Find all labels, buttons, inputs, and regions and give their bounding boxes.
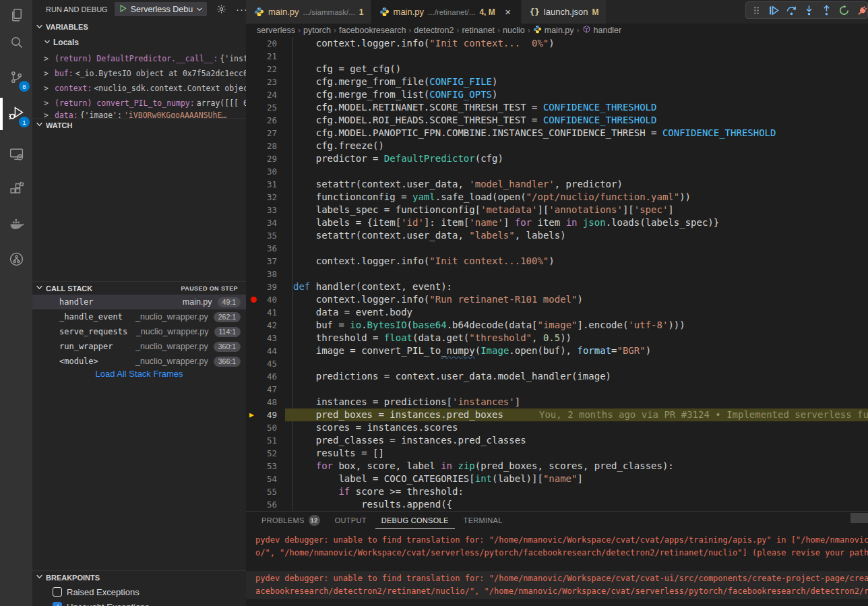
json-icon: {} (530, 7, 540, 17)
stack-frame-row[interactable]: handlermain.py49:1 (32, 295, 246, 309)
activity-item-run-and-debug[interactable]: 1 (0, 98, 32, 130)
stack-frame-row[interactable]: _handle_event_nuclio_wrapper.py262:1 (32, 309, 246, 324)
line-number[interactable]: 24 (246, 88, 277, 101)
line-number[interactable]: 48 (246, 396, 277, 408)
line-number[interactable]: 36 (246, 242, 277, 255)
breadcrumb-item-serverless[interactable]: serverless (257, 26, 295, 35)
line-number[interactable]: 27 (246, 127, 277, 140)
variables-scope-locals[interactable]: Locals (32, 36, 246, 49)
section-call-stack[interactable]: CALL STACK PAUSED ON STEP (32, 281, 246, 295)
section-breakpoints[interactable]: BREAKPOINTS (32, 570, 246, 584)
line-number[interactable]: 30 (246, 165, 277, 178)
stack-frame-row[interactable]: run_wrapper_nuclio_wrapper.py360:1 (32, 339, 246, 354)
panel-scrollbar[interactable] (850, 513, 868, 523)
activity-item-docker[interactable] (0, 209, 32, 241)
step-out-button[interactable] (821, 4, 832, 16)
line-number[interactable]: 26 (246, 114, 277, 127)
breadcrumb-item-pytorch[interactable]: pytorch (303, 26, 331, 35)
line-number[interactable]: 39 (246, 280, 277, 293)
line-number[interactable]: 35 (246, 229, 277, 242)
launch-config-select[interactable]: Serverless Debu (115, 2, 207, 16)
line-number[interactable]: 37 (246, 255, 277, 268)
line-number[interactable]: 32 (246, 191, 277, 204)
checkbox[interactable] (53, 587, 62, 597)
line-number[interactable]: 52 (246, 447, 277, 460)
breadcrumb-item-retinanet[interactable]: retinanet (462, 26, 495, 35)
line-number[interactable]: 54 (246, 473, 277, 485)
variable-row[interactable]: >context: <nuclio_sdk.context.Context ob… (32, 82, 246, 95)
line-number[interactable]: 44 (246, 344, 277, 357)
paused-status: PAUSED ON STEP (181, 285, 238, 292)
line-number[interactable]: 51 (246, 434, 277, 447)
line-number[interactable]: 23 (246, 75, 277, 88)
line-number[interactable]: 50 (246, 421, 277, 434)
line-number[interactable]: 42 (246, 319, 277, 332)
variable-row[interactable]: >buf: <_io.BytesIO object at 0x7f5a2dc1e… (32, 67, 246, 80)
line-number[interactable]: 38 (246, 268, 277, 280)
line-number[interactable]: 28 (246, 140, 277, 152)
panel-tab-terminal[interactable]: TERMINAL (458, 512, 509, 529)
panel-tab-output[interactable]: OUTPUT (329, 512, 373, 529)
checkbox-checked[interactable]: ✓ (53, 602, 62, 606)
line-number[interactable]: 41 (246, 306, 277, 319)
line-number[interactable]: 20 (246, 37, 277, 50)
line-number[interactable]: 43 (246, 332, 277, 344)
sidebar-title: RUN AND DEBUG (46, 5, 108, 13)
breadcrumb-item-nuclio[interactable]: nuclio (503, 26, 525, 35)
step-over-button[interactable] (786, 4, 797, 16)
activity-item-extensions[interactable] (0, 174, 32, 206)
continue-button[interactable] (768, 4, 780, 16)
activity-item-remote-explorer[interactable] (0, 139, 32, 171)
breadcrumb-item-detectron2[interactable]: detectron2 (414, 26, 454, 35)
load-all-stack-frames-link[interactable]: Load All Stack Frames (32, 369, 246, 379)
panel-tab-problems[interactable]: PROBLEMS12 (255, 512, 326, 529)
restart-button[interactable] (838, 4, 850, 16)
code-text: context.logger.info("Run retinanet-R101 … (293, 293, 583, 306)
line-number[interactable]: 25 (246, 101, 277, 114)
close-icon[interactable]: × (502, 6, 514, 18)
line-number[interactable]: 29 (246, 152, 277, 165)
breakpoint-row[interactable]: Raised Exceptions (32, 585, 246, 599)
panel-tab-debug-console[interactable]: DEBUG CONSOLE (375, 512, 455, 529)
variable-value: array([[[ 6… (197, 98, 246, 108)
breadcrumb-item-main.py[interactable]: main.py (533, 25, 574, 36)
step-into-button[interactable] (803, 4, 815, 16)
line-number[interactable]: 21 (246, 50, 277, 63)
line-number[interactable]: 56 (246, 498, 277, 511)
stack-frame-row[interactable]: serve_requests_nuclio_wrapper.py114:1 (32, 324, 246, 339)
line-number[interactable]: 45 (246, 357, 277, 370)
stack-frame-row[interactable]: <module>_nuclio_wrapper.py366:1 (32, 354, 246, 369)
code-line-39: 39def handler(context, event): (246, 280, 868, 293)
debug-sidebar: RUN AND DEBUG Serverless Debu ··· VARIAB… (32, 0, 246, 606)
code-line-48: 48 instances = predictions['instances'] (246, 396, 868, 408)
activity-item-search[interactable] (0, 27, 32, 59)
line-number[interactable]: 34 (246, 216, 277, 229)
line-number[interactable]: 31 (246, 178, 277, 191)
panel-tab-label: DEBUG CONSOLE (381, 516, 449, 524)
line-number[interactable]: 53 (246, 460, 277, 473)
start-debugging-icon[interactable] (119, 3, 127, 16)
variable-row[interactable]: >(return) DefaultPredictor.__call__: {'i… (32, 52, 246, 65)
gear-icon[interactable] (216, 4, 226, 14)
activity-item-git-graph[interactable] (0, 244, 32, 276)
section-watch[interactable]: WATCH (32, 118, 246, 131)
tab-main.py[interactable]: main.py.../siammask/...1 (246, 0, 371, 24)
tab-main.py[interactable]: main.py.../retinanet/...4, M× (371, 0, 522, 24)
console-message: pydev debugger: unable to find translati… (255, 534, 868, 559)
breadcrumb-label: main.py (545, 26, 574, 35)
line-number[interactable]: 46 (246, 370, 277, 383)
tab-launch.json[interactable]: {}launch.jsonM (522, 0, 607, 24)
line-number[interactable]: 55 (246, 485, 277, 498)
breadcrumb-item-facebookresearch[interactable]: facebookresearch (339, 26, 406, 35)
breakpoint-dot-icon[interactable] (251, 297, 257, 303)
line-number[interactable]: 47 (246, 383, 277, 396)
more-actions-icon[interactable]: ··· (236, 3, 246, 15)
line-number[interactable]: 33 (246, 204, 277, 216)
variable-row[interactable]: >(return) convert_PIL_to_numpy: array([[… (32, 96, 246, 110)
section-variables[interactable]: VARIABLES (32, 20, 246, 34)
line-number[interactable]: 22 (246, 63, 277, 75)
disconnect-button[interactable] (856, 4, 867, 16)
activity-item-source-control[interactable]: 8 (0, 62, 32, 94)
breadcrumb-item-handler[interactable]: handler (582, 25, 622, 36)
breakpoint-row[interactable]: ✓Uncaught Exceptions (32, 600, 246, 606)
